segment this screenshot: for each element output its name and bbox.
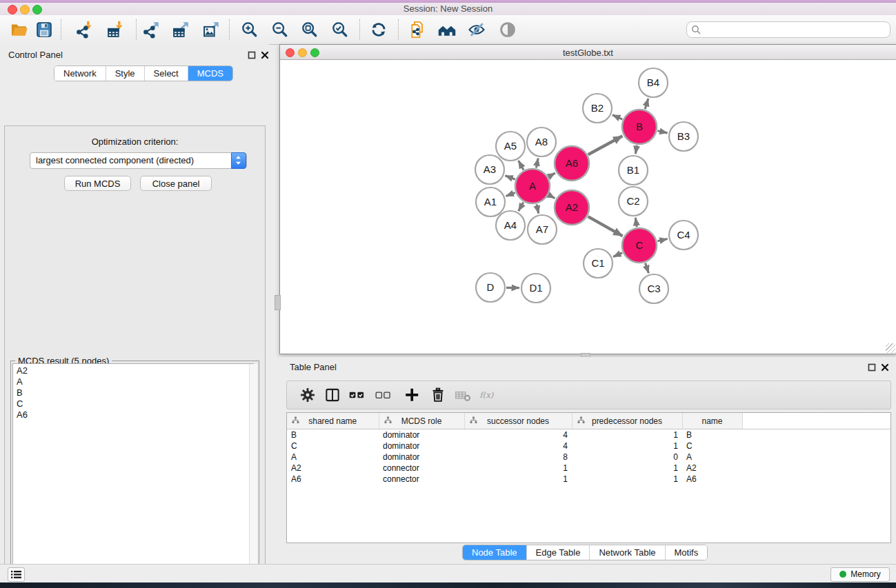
graph-edge-A-A5[interactable] bbox=[519, 161, 524, 170]
table-tab-motifs[interactable]: Motifs bbox=[665, 545, 708, 560]
export-table-button[interactable] bbox=[171, 20, 190, 39]
table-cell[interactable]: A2 bbox=[682, 463, 742, 474]
tab-network[interactable]: Network bbox=[54, 66, 106, 81]
graph-node-B2[interactable]: B2 bbox=[583, 94, 612, 123]
table-cell[interactable]: connector bbox=[379, 463, 464, 474]
graph-node-A1[interactable]: A1 bbox=[476, 187, 505, 216]
graph-node-C[interactable]: C bbox=[622, 228, 657, 263]
mcds-result-item[interactable]: C bbox=[17, 398, 253, 409]
table-cell[interactable]: 1 bbox=[464, 463, 572, 474]
table-tab-edge-table[interactable]: Edge Table bbox=[526, 545, 590, 560]
create-column-button[interactable] bbox=[403, 386, 421, 404]
zoom-selected-button[interactable] bbox=[330, 20, 350, 39]
graph-edge-A-A2[interactable] bbox=[549, 195, 555, 199]
graph-edge-C-C2[interactable] bbox=[635, 218, 637, 227]
graph-node-A2[interactable]: A2 bbox=[555, 190, 589, 225]
table-tab-network-table[interactable]: Network Table bbox=[589, 545, 664, 560]
graph-node-A8[interactable]: A8 bbox=[527, 128, 556, 156]
table-tab-node-table[interactable]: Node Table bbox=[463, 545, 526, 560]
export-network-button[interactable] bbox=[141, 20, 161, 39]
mcds-result-item[interactable]: A6 bbox=[17, 409, 253, 420]
refresh-button[interactable] bbox=[369, 20, 388, 39]
network-view-canvas[interactable]: B4B2BB3A5A8A6B1A3AC2A1A2A4A7C4CC1C3DD1 bbox=[280, 60, 895, 353]
zoom-out-button[interactable] bbox=[270, 20, 290, 39]
table-cell[interactable]: dominator bbox=[379, 440, 464, 452]
show-graphics-details-button[interactable] bbox=[498, 20, 517, 39]
graph-edge-B-B4[interactable] bbox=[645, 99, 648, 109]
graph-node-B4[interactable]: B4 bbox=[639, 68, 668, 97]
table-row[interactable]: Bdominator41B bbox=[287, 429, 890, 441]
network-window-titlebar[interactable]: testGlobe.txt bbox=[280, 45, 896, 60]
table-cell[interactable]: B bbox=[287, 429, 379, 441]
column-header-successor-nodes[interactable]: successor nodes bbox=[464, 413, 572, 429]
table-cell[interactable]: A6 bbox=[682, 474, 742, 485]
graph-node-B[interactable]: B bbox=[622, 110, 657, 144]
new-network-clone-button[interactable] bbox=[408, 20, 427, 39]
table-row[interactable]: A6connector11A6 bbox=[287, 474, 890, 485]
network-graph[interactable]: B4B2BB3A5A8A6B1A3AC2A1A2A4A7C4CC1C3DD1 bbox=[280, 60, 895, 353]
graph-edge-B-B1[interactable] bbox=[635, 145, 637, 154]
column-header-name[interactable]: name bbox=[682, 413, 742, 429]
graph-edge-A-A6[interactable] bbox=[548, 173, 555, 177]
table-row[interactable]: A2connector11A2 bbox=[287, 463, 890, 474]
table-cell[interactable]: 1 bbox=[572, 463, 682, 474]
graph-node-A4[interactable]: A4 bbox=[496, 211, 525, 240]
hide-graphics-details-button[interactable] bbox=[467, 20, 486, 39]
close-table-panel-icon[interactable] bbox=[880, 363, 890, 372]
table-cell[interactable]: 1 bbox=[464, 474, 572, 485]
table-cell[interactable]: A bbox=[682, 452, 742, 463]
graph-edge-C-C3[interactable] bbox=[646, 263, 649, 274]
criterion-dropdown[interactable]: largest connected component (directed) bbox=[30, 152, 247, 169]
export-image-button[interactable] bbox=[201, 20, 221, 39]
graph-edge-A-A1[interactable] bbox=[506, 193, 515, 196]
table-cell[interactable]: dominator bbox=[379, 452, 464, 463]
graph-node-A3[interactable]: A3 bbox=[475, 155, 504, 184]
graph-node-D[interactable]: D bbox=[476, 273, 505, 302]
table-cell[interactable]: dominator bbox=[379, 429, 464, 441]
column-header-MCDS-role[interactable]: MCDS role bbox=[379, 413, 464, 429]
float-table-panel-icon[interactable] bbox=[867, 363, 877, 372]
table-cell[interactable]: C bbox=[682, 440, 742, 452]
graph-node-A7[interactable]: A7 bbox=[528, 215, 557, 244]
memory-button[interactable]: Memory bbox=[830, 567, 890, 582]
graph-edge-A-A4[interactable] bbox=[519, 203, 524, 212]
vertical-split-handle[interactable] bbox=[275, 295, 281, 310]
deselect-all-rows-button[interactable] bbox=[375, 386, 397, 404]
zoom-fit-button[interactable] bbox=[300, 20, 319, 39]
table-row[interactable]: Adominator80A bbox=[287, 452, 890, 463]
graph-edge-A6-B[interactable] bbox=[588, 136, 623, 154]
tab-mcds[interactable]: MCDS bbox=[188, 66, 232, 81]
mcds-result-item[interactable]: A2 bbox=[17, 365, 253, 376]
float-panel-icon[interactable] bbox=[247, 50, 257, 60]
table-cell[interactable]: 4 bbox=[464, 440, 572, 452]
graph-edge-B-B3[interactable] bbox=[657, 131, 667, 133]
graph-node-A[interactable]: A bbox=[515, 169, 550, 203]
table-settings-button[interactable] bbox=[299, 386, 317, 404]
graph-node-A5[interactable]: A5 bbox=[496, 132, 525, 161]
close-panel-button[interactable]: Close panel bbox=[140, 176, 212, 191]
graph-node-B3[interactable]: B3 bbox=[669, 122, 698, 151]
tab-style[interactable]: Style bbox=[106, 66, 144, 81]
run-mcds-button[interactable]: Run MCDS bbox=[64, 176, 131, 191]
graph-node-C2[interactable]: C2 bbox=[619, 187, 648, 216]
search-input[interactable] bbox=[704, 23, 886, 36]
table-cell[interactable]: B bbox=[682, 429, 742, 441]
column-header-predecessor-nodes[interactable]: predecessor nodes bbox=[572, 413, 682, 429]
table-cell[interactable]: 8 bbox=[464, 452, 572, 463]
graph-node-B1[interactable]: B1 bbox=[619, 156, 648, 185]
table-cell[interactable]: connector bbox=[379, 474, 464, 485]
table-cell[interactable]: 0 bbox=[572, 452, 682, 463]
mcds-result-item[interactable]: A bbox=[17, 376, 253, 387]
zoom-in-button[interactable] bbox=[240, 20, 259, 39]
show-columns-button[interactable] bbox=[323, 386, 341, 404]
graph-node-A6[interactable]: A6 bbox=[555, 146, 589, 181]
import-table-button[interactable] bbox=[106, 20, 125, 39]
show-task-history-button[interactable] bbox=[8, 567, 25, 582]
table-cell[interactable]: 1 bbox=[572, 429, 682, 441]
table-cell[interactable]: 1 bbox=[572, 474, 682, 485]
import-network-button[interactable] bbox=[74, 20, 94, 39]
table-cell[interactable]: A6 bbox=[287, 474, 379, 485]
table-cell[interactable]: A2 bbox=[287, 463, 379, 474]
table-cell[interactable]: 4 bbox=[464, 429, 572, 441]
table-cell[interactable]: C bbox=[287, 440, 379, 452]
